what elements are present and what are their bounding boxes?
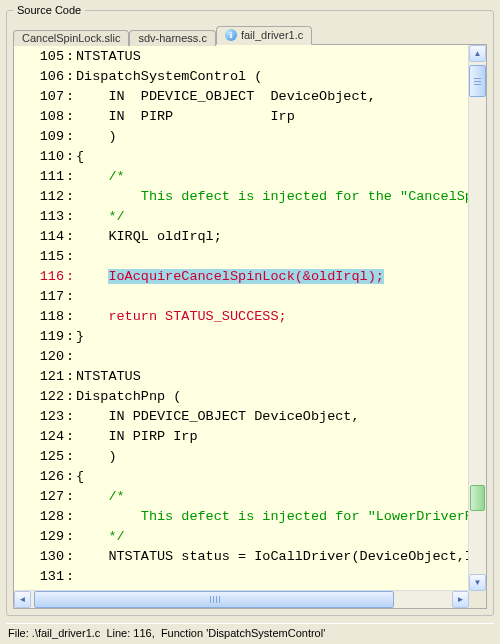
line-number: 123 <box>14 407 66 427</box>
line-text: */ <box>76 207 125 227</box>
line-number: 120 <box>14 347 66 367</box>
code-viewport[interactable]: 105:NTSTATUS106:DispatchSystemControl (1… <box>14 45 469 591</box>
line-text: } <box>76 327 84 347</box>
line-number: 121 <box>14 367 66 387</box>
hscroll-thumb[interactable] <box>34 591 394 608</box>
line-number: 112 <box>14 187 66 207</box>
code-line-114[interactable]: 114: KIRQL oldIrql; <box>14 227 469 247</box>
code-line-108[interactable]: 108: IN PIRP Irp <box>14 107 469 127</box>
code-line-105[interactable]: 105:NTSTATUS <box>14 47 469 67</box>
line-number: 107 <box>14 87 66 107</box>
code-line-127[interactable]: 127: /* <box>14 487 469 507</box>
code-line-113[interactable]: 113: */ <box>14 207 469 227</box>
line-text: { <box>76 147 84 167</box>
code-line-118[interactable]: 118: return STATUS_SUCCESS; <box>14 307 469 327</box>
vscroll-marker[interactable] <box>470 485 485 511</box>
vertical-scrollbar[interactable]: ▲ ▼ <box>468 45 486 591</box>
code-line-131[interactable]: 131: <box>14 567 469 587</box>
code-line-120[interactable]: 120: <box>14 347 469 367</box>
line-colon: : <box>66 387 76 407</box>
line-colon: : <box>66 507 76 527</box>
line-number: 125 <box>14 447 66 467</box>
line-text: return STATUS_SUCCESS; <box>76 307 287 327</box>
code-line-119[interactable]: 119:} <box>14 327 469 347</box>
code-line-117[interactable]: 117: <box>14 287 469 307</box>
scroll-right-arrow-icon[interactable]: ► <box>452 591 469 608</box>
line-number: 127 <box>14 487 66 507</box>
vscroll-thumb[interactable] <box>469 65 486 97</box>
line-text: NTSTATUS <box>76 367 141 387</box>
code-line-121[interactable]: 121:NTSTATUS <box>14 367 469 387</box>
scroll-down-arrow-icon[interactable]: ▼ <box>469 574 486 591</box>
line-colon: : <box>66 127 76 147</box>
code-line-116[interactable]: 116: IoAcquireCancelSpinLock(&oldIrql); <box>14 267 469 287</box>
line-colon: : <box>66 527 76 547</box>
code-line-109[interactable]: 109: ) <box>14 127 469 147</box>
line-number: 108 <box>14 107 66 127</box>
line-number: 130 <box>14 547 66 567</box>
scroll-up-arrow-icon[interactable]: ▲ <box>469 45 486 62</box>
line-number: 105 <box>14 47 66 67</box>
line-colon: : <box>66 87 76 107</box>
line-text: /* <box>76 487 125 507</box>
line-text: This defect is injected for the "CancelS… <box>76 187 469 207</box>
line-colon: : <box>66 547 76 567</box>
line-text: */ <box>76 527 125 547</box>
line-colon: : <box>66 107 76 127</box>
line-text: KIRQL oldIrql; <box>76 227 222 247</box>
code-line-130[interactable]: 130: NTSTATUS status = IoCallDriver(Devi… <box>14 547 469 567</box>
tab-sdv-harness[interactable]: sdv-harness.c <box>129 30 215 46</box>
status-line: Line: 116, <box>106 627 154 639</box>
code-line-106[interactable]: 106:DispatchSystemControl ( <box>14 67 469 87</box>
line-text: { <box>76 467 84 487</box>
line-colon: : <box>66 407 76 427</box>
line-colon: : <box>66 487 76 507</box>
tab-label: CancelSpinLock.slic <box>22 32 120 44</box>
code-line-110[interactable]: 110:{ <box>14 147 469 167</box>
line-text: DispatchSystemControl ( <box>76 67 262 87</box>
horizontal-scrollbar[interactable]: ◄ ► <box>14 590 469 608</box>
code-line-124[interactable]: 124: IN PIRP Irp <box>14 427 469 447</box>
tab-fail-driver1[interactable]: i fail_driver1.c <box>216 26 312 45</box>
line-number: 124 <box>14 427 66 447</box>
line-number: 131 <box>14 567 66 587</box>
code-line-107[interactable]: 107: IN PDEVICE_OBJECT DeviceObject, <box>14 87 469 107</box>
line-number: 106 <box>14 67 66 87</box>
line-text: /* <box>76 167 125 187</box>
code-editor: 105:NTSTATUS106:DispatchSystemControl (1… <box>13 44 487 609</box>
line-colon: : <box>66 367 76 387</box>
scroll-left-arrow-icon[interactable]: ◄ <box>14 591 31 608</box>
line-number: 116 <box>14 267 66 287</box>
code-line-123[interactable]: 123: IN PDEVICE_OBJECT DeviceObject, <box>14 407 469 427</box>
line-colon: : <box>66 147 76 167</box>
line-text: IN PIRP Irp <box>76 107 295 127</box>
line-text: ) <box>76 127 117 147</box>
line-number: 129 <box>14 527 66 547</box>
line-text: NTSTATUS <box>76 47 141 67</box>
line-number: 128 <box>14 507 66 527</box>
line-colon: : <box>66 47 76 67</box>
code-line-128[interactable]: 128: This defect is injected for "LowerD… <box>14 507 469 527</box>
line-text: This defect is injected for "LowerDriver… <box>76 507 469 527</box>
line-colon: : <box>66 207 76 227</box>
tab-label: fail_driver1.c <box>241 29 303 41</box>
tab-cancelspinlock[interactable]: CancelSpinLock.slic <box>13 30 129 46</box>
code-line-125[interactable]: 125: ) <box>14 447 469 467</box>
line-colon: : <box>66 567 76 587</box>
line-text: IoAcquireCancelSpinLock(&oldIrql); <box>76 267 384 287</box>
status-file: File: .\fail_driver1.c <box>8 627 100 639</box>
code-line-129[interactable]: 129: */ <box>14 527 469 547</box>
code-line-126[interactable]: 126:{ <box>14 467 469 487</box>
groupbox-title: Source Code <box>13 4 85 16</box>
line-colon: : <box>66 327 76 347</box>
code-line-111[interactable]: 111: /* <box>14 167 469 187</box>
scrollbar-corner <box>469 591 486 608</box>
line-text: IN PDEVICE_OBJECT DeviceObject, <box>76 407 360 427</box>
line-text: IN PDEVICE_OBJECT DeviceObject, <box>76 87 376 107</box>
tab-label: sdv-harness.c <box>138 32 206 44</box>
line-number: 118 <box>14 307 66 327</box>
line-colon: : <box>66 247 76 267</box>
code-line-115[interactable]: 115: <box>14 247 469 267</box>
code-line-122[interactable]: 122:DispatchPnp ( <box>14 387 469 407</box>
code-line-112[interactable]: 112: This defect is injected for the "Ca… <box>14 187 469 207</box>
